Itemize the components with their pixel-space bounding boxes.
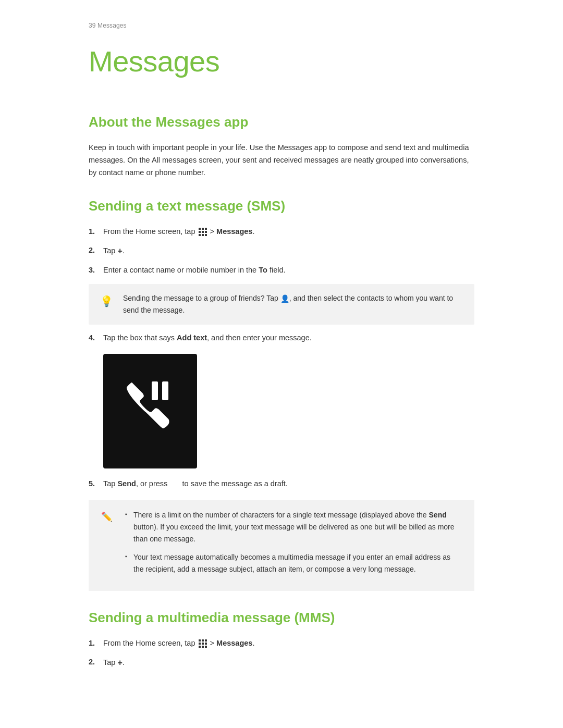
step-3-number: 3. bbox=[89, 264, 103, 277]
send-bold-note1: Send bbox=[429, 511, 447, 519]
section-mms: Sending a multimedia message (MMS) 1. Fr… bbox=[89, 608, 474, 670]
sms-step-2: 2. Tap +. bbox=[89, 244, 474, 258]
to-field-bold: To bbox=[259, 266, 267, 274]
section-about: About the Messages app Keep in touch wit… bbox=[89, 112, 474, 179]
mms-step-2-content: Tap +. bbox=[103, 656, 474, 670]
mms-steps-list: 1. From the Home screen, tap > Messages.… bbox=[89, 637, 474, 670]
sms-step-1: 1. From the Home screen, tap > Messages. bbox=[89, 226, 474, 238]
mms-step-2: 2. Tap +. bbox=[89, 656, 474, 670]
note-text: There is a limit on the number of charac… bbox=[125, 509, 462, 582]
step-3-content: Enter a contact name or mobile number in… bbox=[103, 264, 474, 277]
send-bold: Send bbox=[117, 479, 136, 488]
section-about-title: About the Messages app bbox=[89, 112, 474, 132]
pencil-icon: ✏️ bbox=[101, 510, 116, 524]
sms-steps-list-2: 4. Tap the box that says Add text, and t… bbox=[89, 332, 474, 344]
mms-step-1-number: 1. bbox=[89, 637, 103, 650]
svg-rect-1 bbox=[152, 381, 158, 400]
step-4-number: 4. bbox=[89, 332, 103, 344]
mms-step-2-number: 2. bbox=[89, 656, 103, 669]
section-sms-title: Sending a text message (SMS) bbox=[89, 196, 474, 216]
svg-rect-0 bbox=[116, 372, 184, 450]
page-title: Messages bbox=[89, 40, 474, 83]
section-sms: Sending a text message (SMS) 1. From the… bbox=[89, 196, 474, 591]
tip-text: Sending the message to a group of friend… bbox=[123, 292, 463, 316]
step-1-content: From the Home screen, tap > Messages. bbox=[103, 226, 474, 238]
notes-list: There is a limit on the number of charac… bbox=[125, 509, 462, 575]
tip-box: 💡 Sending the message to a group of frie… bbox=[89, 284, 474, 325]
sms-steps-list: 1. From the Home screen, tap > Messages.… bbox=[89, 226, 474, 277]
note-box: ✏️ There is a limit on the number of cha… bbox=[89, 500, 474, 591]
mms-grid-icon bbox=[199, 639, 207, 648]
step-5-content: Tap Send, or press to save the message a… bbox=[103, 478, 474, 490]
step-4-content: Tap the box that says Add text, and then… bbox=[103, 332, 474, 344]
mms-step-1-content: From the Home screen, tap > Messages. bbox=[103, 637, 474, 650]
step-1-number: 1. bbox=[89, 226, 103, 238]
person-icon: 👤 bbox=[280, 293, 289, 304]
mms-step-1: 1. From the Home screen, tap > Messages. bbox=[89, 637, 474, 650]
phone-screenshot-container bbox=[103, 354, 474, 468]
sms-step-5: 5. Tap Send, or press to save the messag… bbox=[89, 478, 474, 490]
lightbulb-icon: 💡 bbox=[100, 293, 115, 309]
add-text-bold: Add text bbox=[177, 334, 207, 342]
messages-screenshot-svg bbox=[116, 372, 184, 450]
note-item-2: Your text message automatically becomes … bbox=[125, 551, 462, 575]
section-mms-title: Sending a multimedia message (MMS) bbox=[89, 608, 474, 628]
plus-icon: + bbox=[117, 244, 122, 258]
svg-rect-2 bbox=[162, 381, 168, 400]
mms-messages-bold: Messages bbox=[216, 639, 252, 647]
step-2-content: Tap +. bbox=[103, 244, 474, 258]
phone-screenshot bbox=[103, 354, 197, 468]
sms-step-3: 3. Enter a contact name or mobile number… bbox=[89, 264, 474, 277]
page: 39 Messages Messages About the Messages … bbox=[0, 0, 563, 728]
note-item-1: There is a limit on the number of charac… bbox=[125, 509, 462, 545]
step-2-number: 2. bbox=[89, 244, 103, 257]
page-header: 39 Messages bbox=[89, 21, 474, 30]
sms-step-4: 4. Tap the box that says Add text, and t… bbox=[89, 332, 474, 344]
mms-plus-icon: + bbox=[117, 656, 122, 670]
sms-steps-list-3: 5. Tap Send, or press to save the messag… bbox=[89, 478, 474, 490]
section-about-body: Keep in touch with important people in y… bbox=[89, 142, 474, 179]
step-5-number: 5. bbox=[89, 478, 103, 490]
messages-bold: Messages bbox=[216, 227, 252, 236]
grid-icon bbox=[199, 228, 207, 236]
